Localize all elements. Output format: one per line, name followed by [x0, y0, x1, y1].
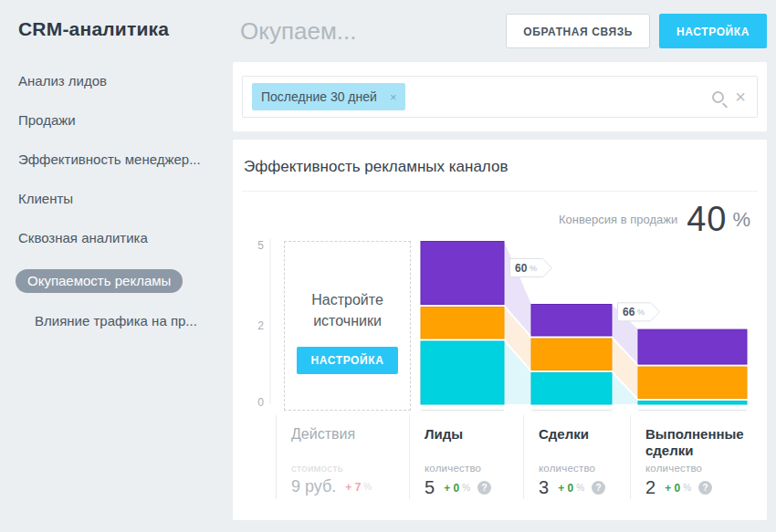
stat-delta-unit: %	[363, 482, 372, 492]
stat-metric: количество	[645, 463, 767, 474]
settings-button[interactable]: НАСТРОЙКА	[659, 14, 767, 48]
sidebar-item-label: Продажи	[18, 112, 76, 128]
stat-name: Лиды	[425, 426, 523, 463]
stat-value: 9 руб.	[291, 477, 336, 496]
panel-divider	[242, 191, 758, 192]
sidebar-item[interactable]: Влияние трафика на пр...	[18, 313, 233, 329]
stat-delta-unit: %	[576, 483, 584, 493]
app-title: CRM-аналитика	[18, 18, 233, 40]
sidebar-item[interactable]: Клиенты	[18, 191, 233, 207]
stat-delta: + 0	[444, 482, 459, 495]
help-icon[interactable]: ?	[592, 481, 605, 495]
y-axis-tick: 5	[246, 239, 264, 252]
filter-tag-label: Последние 30 дней	[261, 89, 377, 104]
svg-text:66: 66	[623, 306, 635, 318]
sidebar-item[interactable]: Окупаемость рекламы	[16, 269, 233, 293]
stat-column: Лидыколичество5+ 0%?	[409, 415, 523, 499]
stat-metric: количество	[425, 463, 523, 474]
search-input[interactable]: Последние 30 дней × ×	[242, 76, 758, 118]
y-axis-tick: 2	[246, 319, 264, 332]
stat-delta-unit: %	[683, 483, 691, 493]
feedback-button[interactable]: ОБРАТНАЯ СВЯЗЬ	[506, 14, 650, 48]
stat-value: 3	[539, 477, 549, 498]
sidebar-item-label: Сквозная аналитика	[18, 230, 148, 245]
stat-delta: + 0	[665, 482, 680, 495]
clear-search-icon[interactable]: ×	[735, 88, 746, 106]
filter-card: Последние 30 дней × ×	[233, 62, 767, 131]
stat-value-row: 9 руб.+ 7%	[291, 477, 409, 496]
y-axis-tick: 0	[246, 396, 264, 409]
stat-name: Действия	[291, 426, 409, 463]
sidebar-item-label: Эффективность менеджер...	[18, 151, 201, 167]
filter-tag[interactable]: Последние 30 дней ×	[252, 83, 405, 110]
main-area: Окупаем... ОБРАТНАЯ СВЯЗЬ НАСТРОЙКА Посл…	[233, 0, 767, 532]
topbar: Окупаем... ОБРАТНАЯ СВЯЗЬ НАСТРОЙКА	[233, 12, 767, 50]
transition-flag: 60%	[510, 259, 552, 277]
sidebar-item-label: Клиенты	[18, 191, 73, 206]
stat-value: 5	[425, 477, 435, 498]
sidebar-item[interactable]: Сквозная аналитика	[18, 230, 233, 246]
stat-column: Выполненные сделкиколичество2+ 0%?	[630, 415, 767, 499]
sidebar-menu: Анализ лидовПродажиЭффективность менедже…	[18, 73, 233, 329]
svg-text:%: %	[637, 308, 645, 317]
stat-name: Сделки	[539, 426, 630, 463]
stat-name: Выполненные сделки	[645, 426, 767, 463]
stats-row: Действиястоимость9 руб.+ 7%Лидыколичеств…	[233, 415, 767, 514]
search-icon[interactable]	[712, 91, 724, 103]
sidebar-item-label: Анализ лидов	[18, 73, 107, 89]
transition-flag: 66%	[618, 303, 660, 321]
placeholder-settings-button[interactable]: НАСТРОЙКА	[297, 347, 399, 374]
stat-delta-unit: %	[462, 483, 470, 493]
chart-card: Эффективность рекламных каналов Конверси…	[233, 140, 767, 520]
sources-placeholder: Настройте источники НАСТРОЙКА	[284, 241, 411, 411]
svg-text:%: %	[530, 264, 537, 273]
panel-title: Эффективность рекламных каналов	[233, 140, 767, 191]
sidebar-item[interactable]: Анализ лидов	[18, 73, 233, 89]
sidebar-item[interactable]: Эффективность менеджер...	[18, 151, 233, 168]
sidebar-item-label: Влияние трафика на пр...	[35, 313, 197, 329]
conversion-block: Конверсия в продажи 40 %	[559, 200, 750, 239]
stat-value-row: 5+ 0%?	[425, 477, 523, 498]
help-icon[interactable]: ?	[477, 481, 491, 495]
stat-metric: стоимость	[291, 463, 409, 474]
help-icon[interactable]: ?	[698, 481, 712, 495]
tag-close-icon[interactable]: ×	[390, 90, 397, 104]
conversion-unit: %	[732, 208, 750, 232]
stat-value-row: 2+ 0%?	[645, 477, 767, 498]
conversion-label: Конверсия в продажи	[559, 213, 677, 226]
stat-delta: + 0	[558, 482, 573, 495]
conversion-value: 40	[687, 200, 727, 239]
sidebar-item-label: Окупаемость рекламы	[16, 269, 183, 293]
svg-text:60: 60	[515, 262, 528, 275]
funnel-chart: 60%66% Настройте источники НАСТРОЙКА 520	[233, 239, 767, 414]
page-title: Окупаем...	[240, 17, 506, 46]
placeholder-text: Настройте источники	[285, 289, 410, 331]
stat-metric: количество	[539, 463, 630, 474]
stat-column: Сделкиколичество3+ 0%?	[523, 415, 630, 499]
stat-column: Действиястоимость9 руб.+ 7%	[276, 415, 409, 499]
stat-value: 2	[645, 477, 655, 498]
stat-value-row: 3+ 0%?	[539, 477, 630, 498]
sidebar: CRM-аналитика Анализ лидовПродажиЭффекти…	[0, 0, 233, 532]
sidebar-item[interactable]: Продажи	[18, 112, 233, 129]
stat-delta: + 7	[345, 481, 361, 494]
